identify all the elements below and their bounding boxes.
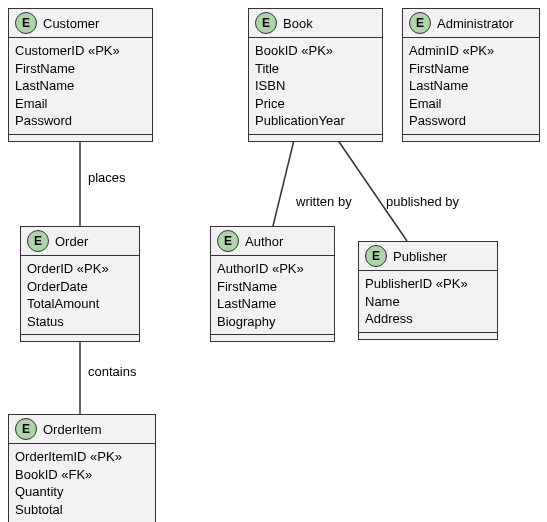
entity-stereotype-icon: E xyxy=(15,12,37,34)
entity-foot xyxy=(9,135,152,141)
entity-publisher-title: Publisher xyxy=(393,249,447,264)
entity-orderitem: E OrderItem OrderItemID «PK» BookID «FK»… xyxy=(8,414,156,522)
attr: Password xyxy=(15,112,146,130)
entity-author-body: AuthorID «PK» FirstName LastName Biograp… xyxy=(211,256,334,335)
entity-administrator-title: Administrator xyxy=(437,16,514,31)
relation-label-published-by: published by xyxy=(386,194,459,209)
entity-orderitem-body: OrderItemID «PK» BookID «FK» Quantity Su… xyxy=(9,444,155,522)
attr: Status xyxy=(27,313,133,331)
attr: ISBN xyxy=(255,77,376,95)
attr: PublicationYear xyxy=(255,112,376,130)
attr: Quantity xyxy=(15,483,149,501)
entity-book-title: Book xyxy=(283,16,313,31)
entity-publisher: E Publisher PublisherID «PK» Name Addres… xyxy=(358,241,498,340)
attr: AuthorID «PK» xyxy=(217,260,328,278)
entity-foot xyxy=(359,333,497,339)
attr: Title xyxy=(255,60,376,78)
entity-author-header: E Author xyxy=(211,227,334,256)
attr: Password xyxy=(409,112,533,130)
entity-stereotype-icon: E xyxy=(255,12,277,34)
attr: CustomerID «PK» xyxy=(15,42,146,60)
entity-orderitem-title: OrderItem xyxy=(43,422,102,437)
entity-stereotype-icon: E xyxy=(365,245,387,267)
entity-customer: E Customer CustomerID «PK» FirstName Las… xyxy=(8,8,153,142)
attr: LastName xyxy=(15,77,146,95)
entity-foot xyxy=(21,335,139,341)
attr: LastName xyxy=(217,295,328,313)
entity-stereotype-icon: E xyxy=(409,12,431,34)
svg-line-2 xyxy=(273,136,295,226)
entity-order-header: E Order xyxy=(21,227,139,256)
attr: Email xyxy=(15,95,146,113)
attr: Email xyxy=(409,95,533,113)
entity-author: E Author AuthorID «PK» FirstName LastNam… xyxy=(210,226,335,342)
entity-administrator: E Administrator AdminID «PK» FirstName L… xyxy=(402,8,540,142)
entity-stereotype-icon: E xyxy=(217,230,239,252)
attr: FirstName xyxy=(15,60,146,78)
entity-foot xyxy=(211,335,334,341)
attr: Address xyxy=(365,310,491,328)
entity-author-title: Author xyxy=(245,234,283,249)
attr: Price xyxy=(255,95,376,113)
entity-foot xyxy=(403,135,539,141)
relation-label-contains: contains xyxy=(88,364,136,379)
entity-customer-body: CustomerID «PK» FirstName LastName Email… xyxy=(9,38,152,135)
entity-order: E Order OrderID «PK» OrderDate TotalAmou… xyxy=(20,226,140,342)
relation-label-written-by: written by xyxy=(296,194,352,209)
attr: AdminID «PK» xyxy=(409,42,533,60)
attr: PublisherID «PK» xyxy=(365,275,491,293)
attr: FirstName xyxy=(217,278,328,296)
entity-order-body: OrderID «PK» OrderDate TotalAmount Statu… xyxy=(21,256,139,335)
attr: Biography xyxy=(217,313,328,331)
entity-publisher-body: PublisherID «PK» Name Address xyxy=(359,271,497,333)
entity-administrator-body: AdminID «PK» FirstName LastName Email Pa… xyxy=(403,38,539,135)
entity-administrator-header: E Administrator xyxy=(403,9,539,38)
attr: Subtotal xyxy=(15,501,149,519)
entity-customer-header: E Customer xyxy=(9,9,152,38)
entity-publisher-header: E Publisher xyxy=(359,242,497,271)
attr: Name xyxy=(365,293,491,311)
entity-orderitem-header: E OrderItem xyxy=(9,415,155,444)
entity-foot xyxy=(249,135,382,141)
attr: OrderItemID «PK» xyxy=(15,448,149,466)
attr: TotalAmount xyxy=(27,295,133,313)
attr: BookID «FK» xyxy=(15,466,149,484)
entity-order-title: Order xyxy=(55,234,88,249)
attr: OrderDate xyxy=(27,278,133,296)
attr: LastName xyxy=(409,77,533,95)
entity-stereotype-icon: E xyxy=(27,230,49,252)
entity-customer-title: Customer xyxy=(43,16,99,31)
relation-label-places: places xyxy=(88,170,126,185)
attr: BookID «PK» xyxy=(255,42,376,60)
svg-line-3 xyxy=(335,136,407,241)
attr: OrderID «PK» xyxy=(27,260,133,278)
attr: FirstName xyxy=(409,60,533,78)
entity-book: E Book BookID «PK» Title ISBN Price Publ… xyxy=(248,8,383,142)
entity-book-header: E Book xyxy=(249,9,382,38)
entity-stereotype-icon: E xyxy=(15,418,37,440)
entity-book-body: BookID «PK» Title ISBN Price Publication… xyxy=(249,38,382,135)
